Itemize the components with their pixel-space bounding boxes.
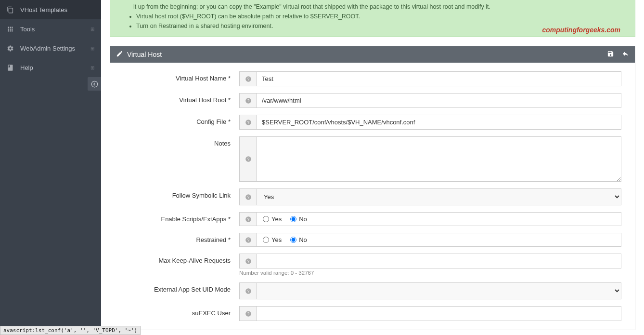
svg-text:?: ?: [247, 259, 249, 263]
vhost-name-input[interactable]: [257, 72, 621, 86]
notes-textarea[interactable]: [257, 137, 621, 181]
main-content: it up from the beginning; or you can cop…: [101, 0, 644, 335]
follow-symlink-select[interactable]: Yes: [257, 189, 621, 205]
label-suexec-user: suEXEC User: [120, 306, 239, 321]
svg-text:?: ?: [247, 238, 249, 242]
sidebar-item-vhost-templates[interactable]: VHost Templates: [0, 0, 101, 19]
sidebar-item-label: WebAdmin Settings: [20, 45, 90, 52]
label-vhost-name: Virtual Host Name *: [120, 71, 239, 86]
gear-icon: [7, 45, 16, 52]
book-icon: [7, 64, 16, 71]
panel-title: Virtual Host: [127, 51, 162, 58]
help-icon[interactable]: ?: [240, 189, 257, 205]
svg-text:?: ?: [247, 120, 249, 124]
virtual-host-panel: Virtual Host Virtual Host Name * ?: [110, 46, 635, 330]
reply-icon: [622, 50, 629, 57]
sidebar-item-label: VHost Templates: [20, 6, 94, 13]
svg-text:?: ?: [247, 195, 249, 199]
restrained-yes[interactable]: Yes: [263, 236, 282, 243]
help-icon[interactable]: ?: [240, 307, 257, 321]
max-keepalive-input[interactable]: [257, 254, 621, 268]
help-icon[interactable]: ?: [240, 283, 257, 299]
help-line: Virtual host root ($VH_ROOT) can be abso…: [136, 12, 625, 21]
enable-scripts-no[interactable]: No: [290, 215, 307, 223]
vhost-root-input[interactable]: [257, 94, 621, 107]
label-enable-scripts: Enable Scripts/ExtApps *: [120, 212, 239, 226]
help-icon[interactable]: ?: [240, 233, 257, 246]
panel-body: Virtual Host Name * ? Virtual Host Root …: [110, 63, 635, 330]
expand-icon: ⊞: [90, 46, 94, 51]
suexec-user-input[interactable]: [257, 307, 621, 321]
back-button[interactable]: [622, 50, 629, 59]
svg-text:?: ?: [247, 289, 249, 293]
help-icon[interactable]: ?: [240, 72, 257, 86]
max-keepalive-hint: Number valid range: 0 - 32767: [239, 270, 621, 276]
label-max-keepalive: Max Keep-Alive Requests: [120, 254, 239, 276]
help-icon[interactable]: ?: [240, 137, 257, 181]
edit-icon: [116, 50, 123, 59]
svg-text:?: ?: [247, 98, 249, 103]
help-icon[interactable]: ?: [240, 94, 257, 107]
copy-icon: [7, 6, 16, 13]
svg-text:?: ?: [247, 311, 249, 316]
save-button[interactable]: [607, 50, 614, 59]
label-ext-app-uid: External App Set UID Mode: [120, 282, 239, 299]
config-file-input[interactable]: [257, 115, 621, 129]
sidebar-item-label: Tools: [20, 26, 90, 33]
expand-icon: ⊞: [90, 65, 94, 70]
label-config-file: Config File *: [120, 115, 239, 130]
sidebar-item-tools[interactable]: Tools ⊞: [0, 19, 101, 39]
save-icon: [607, 50, 614, 57]
sidebar: VHost Templates Tools ⊞ WebAdmin Setting…: [0, 0, 101, 335]
svg-text:?: ?: [247, 157, 249, 161]
sidebar-item-help[interactable]: Help ⊞: [0, 58, 101, 77]
help-icon[interactable]: ?: [240, 254, 257, 268]
help-box: it up from the beginning; or you can cop…: [110, 0, 635, 37]
label-follow-symlink: Follow Symbolic Link: [120, 188, 239, 205]
expand-icon: ⊞: [90, 27, 94, 32]
sidebar-item-webadmin-settings[interactable]: WebAdmin Settings ⊞: [0, 39, 101, 58]
svg-text:?: ?: [247, 217, 249, 221]
arrow-left-icon: [91, 80, 98, 88]
collapse-sidebar-button[interactable]: [88, 77, 101, 91]
help-icon[interactable]: ?: [240, 213, 257, 226]
label-notes: Notes: [120, 136, 239, 182]
label-restrained: Restrained *: [120, 233, 239, 247]
sidebar-item-label: Help: [20, 64, 90, 71]
grid-icon: [7, 26, 16, 33]
svg-text:?: ?: [247, 77, 249, 81]
help-line: it up from the beginning; or you can cop…: [133, 2, 625, 12]
enable-scripts-yes[interactable]: Yes: [263, 215, 282, 223]
ext-app-uid-select[interactable]: [257, 283, 621, 299]
restrained-no[interactable]: No: [290, 236, 307, 243]
label-vhost-root: Virtual Host Root *: [120, 93, 239, 108]
svg-point-0: [91, 81, 98, 87]
panel-header: Virtual Host: [110, 46, 635, 63]
watermark: computingforgeeks.com: [542, 26, 620, 34]
status-bar: avascript:lst_conf('a', '', 'V_TOPD', '~…: [0, 326, 141, 335]
help-icon[interactable]: ?: [240, 115, 257, 129]
